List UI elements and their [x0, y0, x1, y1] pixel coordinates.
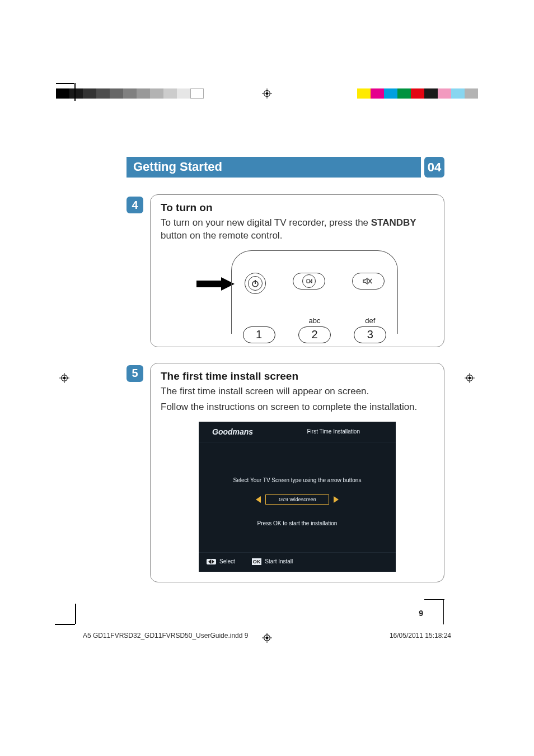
footer-ok-hint: OK Start Install: [252, 558, 293, 565]
step-title: The first time install screen: [161, 370, 434, 382]
keypad-1: 1: [243, 326, 275, 343]
page-number-box: 9: [419, 599, 444, 633]
step-text-b: button on the remote control.: [161, 230, 282, 241]
arrow-icon: [196, 277, 235, 291]
keypad-2: 2: [298, 326, 331, 343]
step-text: Follow the instructions on screen to com…: [161, 401, 434, 414]
svg-rect-20: [307, 279, 310, 283]
footer-start-label: Start Install: [265, 558, 293, 564]
ok-chip-icon: OK: [252, 558, 262, 565]
keypad-3: 3: [354, 326, 386, 343]
brand-logo: Goodmans: [199, 427, 253, 436]
step-title: To turn on: [161, 202, 434, 214]
mute-button-icon: [352, 273, 385, 290]
colorbar-left: [56, 88, 204, 99]
step-badge: 4: [127, 197, 143, 213]
step-text: To turn on your new digital TV recorder,…: [161, 217, 434, 242]
aspect-value: 16:9 Widescreen: [265, 494, 329, 505]
colorbar-right: [357, 88, 478, 99]
standby-button-icon: [245, 273, 266, 294]
instruction-2: Press OK to start the installation: [210, 520, 385, 526]
step-panel: To turn on To turn on your new digital T…: [150, 194, 444, 347]
footer-select-hint: Select: [207, 558, 235, 564]
standby-label: STANDBY: [371, 217, 416, 228]
remote-diagram: _ 1 abc 2 def 3: [196, 250, 398, 334]
imprint-file: A5 GD11FVRSD32_GD11FVRSD50_UserGuide.ind…: [83, 632, 248, 640]
step-5: 5 The first time install screen The firs…: [127, 363, 444, 582]
step-text: The first time install screen will appea…: [161, 385, 434, 398]
footer-select-label: Select: [219, 558, 235, 564]
arrow-right-icon: [334, 496, 339, 503]
keypad-2-label: abc: [309, 316, 321, 325]
page-number: 9: [419, 609, 444, 618]
aspect-selector: 16:9 Widescreen: [210, 494, 385, 505]
arrow-left-icon: [256, 496, 261, 503]
source-button-icon: [293, 273, 325, 290]
instruction-1: Select Your TV Screen type using the arr…: [210, 477, 385, 483]
imprint-timestamp: 16/05/2011 15:18:24: [390, 632, 451, 640]
chapter-number: 04: [424, 157, 444, 178]
step-panel: The first time install screen The first …: [150, 363, 444, 582]
arrows-chip-icon: [207, 559, 216, 564]
tv-install-screenshot: Goodmans First Time Installation Select …: [199, 422, 396, 572]
step-badge: 5: [127, 365, 143, 382]
registration-mark-icon: [262, 88, 272, 99]
step-text-a: To turn on your new digital TV recorder,…: [161, 217, 371, 228]
registration-mark-icon: [465, 373, 475, 383]
keypad-3-label: def: [365, 316, 375, 325]
imprint-footer: A5 GD11FVRSD32_GD11FVRSD50_UserGuide.ind…: [83, 632, 451, 640]
section-heading: Getting Started 04: [127, 157, 444, 178]
section-title: Getting Started: [127, 157, 421, 178]
step-4: 4 To turn on To turn on your new digital…: [127, 194, 444, 347]
screen-title: First Time Installation: [307, 428, 396, 435]
svg-rect-16: [196, 281, 221, 287]
registration-mark-icon: [59, 373, 69, 383]
